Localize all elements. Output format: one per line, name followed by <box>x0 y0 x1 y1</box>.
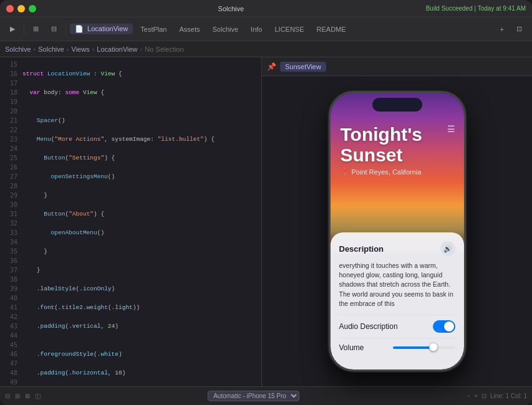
preview-content: Tonight's Sunset 📍 Point Reyes, Californ… <box>262 76 532 386</box>
iphone-notch <box>372 98 422 112</box>
editor-controls-icon[interactable]: ⊟ <box>5 393 10 399</box>
volume-fill <box>393 346 430 349</box>
menu-bar-title: Solchive <box>36 5 426 12</box>
preview-view-label: SunsetView <box>280 62 326 72</box>
breadcrumb-selection: No Selection <box>145 45 183 53</box>
window-controls <box>6 5 36 12</box>
tab-layout-button[interactable]: ⊞ <box>28 24 44 34</box>
menu-bar-right: Build Succeeded | Today at 9:41 AM <box>426 5 526 12</box>
location-text: Point Reyes, California <box>352 168 422 176</box>
volume-row: Volume <box>339 338 455 357</box>
volume-label: Volume <box>339 343 364 352</box>
device-selector[interactable]: Automatic - iPhone 15 Pro <box>208 391 299 401</box>
volume-slider[interactable] <box>393 346 455 349</box>
breadcrumb-solchive-1[interactable]: Solchive <box>5 45 31 53</box>
speaker-icon[interactable]: 🔊 <box>440 241 455 256</box>
menu-bar: Solchive Build Succeeded | Today at 9:41… <box>0 0 532 17</box>
fullscreen-button[interactable] <box>29 5 36 12</box>
sunset-title-line1: Tonight's <box>341 124 454 145</box>
tab-license[interactable]: LICENSE <box>269 24 309 34</box>
grid-icon[interactable]: ⊞ <box>15 393 20 399</box>
separator-2 <box>65 23 66 36</box>
preview-toolbar: 📌 SunsetView <box>262 57 532 76</box>
bottom-toolbar: ⊟ ⊞ ⊠ ◫ Automatic - iPhone 15 Pro − + ⊡ … <box>0 386 532 405</box>
xcode-toolbar: ▶ ⊞ ⊟ 📄 LocationView TestPlan Assets Sol… <box>0 17 532 41</box>
split-editor-button[interactable]: ⊡ <box>511 24 527 34</box>
breadcrumb-solchive-2[interactable]: Solchive <box>38 45 64 53</box>
tab-split-button[interactable]: ⊟ <box>46 24 62 34</box>
device-selector-area: Automatic - iPhone 15 Pro <box>208 391 299 401</box>
bottom-right-controls: − + ⊡ Line: 1 Col: 1 <box>467 393 527 399</box>
split-icon[interactable]: ⊠ <box>25 393 30 399</box>
hamburger-icon[interactable]: ☰ <box>447 124 455 134</box>
audio-description-label: Audio Description <box>339 322 398 331</box>
breadcrumb-sep-1: › <box>34 45 36 53</box>
sunset-location: 📍 Point Reyes, California <box>341 168 454 176</box>
add-tab-button[interactable]: + <box>495 24 509 34</box>
main-content: 15 16 17 18 19 20 21 22 23 24 25 26 27 2… <box>0 57 532 386</box>
breadcrumb-location-view[interactable]: LocationView <box>97 45 137 53</box>
tab-info[interactable]: Info <box>246 24 267 34</box>
tab-test-plan[interactable]: TestPlan <box>135 24 172 34</box>
location-pin-icon: 📍 <box>341 168 349 176</box>
panel-icon[interactable]: ◫ <box>35 393 41 399</box>
line-numbers: 15 16 17 18 19 20 21 22 23 24 25 26 27 2… <box>0 57 20 386</box>
card-title: Description <box>339 244 384 254</box>
card-header: Description 🔊 <box>339 241 455 256</box>
bottom-left-controls: ⊟ ⊞ ⊠ ◫ <box>5 393 41 399</box>
code-content[interactable]: struct LocationView : View { var body: s… <box>22 57 261 386</box>
breadcrumb-views[interactable]: Views <box>72 45 90 53</box>
breadcrumb-bar: Solchive › Solchive › Views › LocationVi… <box>0 41 532 57</box>
pin-icon: 📌 <box>267 62 276 71</box>
description-card: Description 🔊 everything it touches with… <box>331 232 464 369</box>
preview-panel: 📌 SunsetView Tonight's Sunset <box>262 57 532 386</box>
sunset-content: Tonight's Sunset 📍 Point Reyes, Californ… <box>331 93 464 369</box>
close-button[interactable] <box>6 5 14 12</box>
build-status: Build Succeeded | Today at 9:41 AM <box>426 5 526 12</box>
location-view-icon: 📄 <box>75 25 84 32</box>
zoom-out-icon[interactable]: − <box>467 393 470 399</box>
tab-solchive[interactable]: Solchive <box>208 24 244 34</box>
tab-location-view[interactable]: 📄 LocationView <box>70 24 133 34</box>
breadcrumb-sep-3: › <box>92 45 95 53</box>
audio-description-row: Audio Description <box>339 315 455 338</box>
run-button[interactable]: ▶ <box>5 24 20 34</box>
volume-knob <box>429 343 438 351</box>
app-name: Solchive <box>218 5 244 12</box>
minimize-button[interactable] <box>17 5 25 12</box>
line-col-indicator: Line: 1 Col: 1 <box>490 393 527 399</box>
card-description-text: everything it touches with a warm, honey… <box>339 261 455 308</box>
code-editor[interactable]: 15 16 17 18 19 20 21 22 23 24 25 26 27 2… <box>0 57 262 386</box>
audio-toggle[interactable] <box>433 320 455 333</box>
iphone-frame: Tonight's Sunset 📍 Point Reyes, Californ… <box>329 91 466 371</box>
breadcrumb-sep-2: › <box>67 45 69 53</box>
breadcrumb-sep-4: › <box>140 45 143 53</box>
sunset-title: Tonight's Sunset <box>341 124 454 165</box>
laptop-frame: Solchive Build Succeeded | Today at 9:41… <box>0 0 532 405</box>
tab-assets[interactable]: Assets <box>175 24 205 34</box>
zoom-in-icon[interactable]: + <box>474 393 478 399</box>
separator-1 <box>24 23 24 36</box>
tab-readme[interactable]: README <box>312 24 351 34</box>
sunset-title-line2: Sunset <box>341 145 454 165</box>
toggle-knob <box>444 322 454 331</box>
zoom-fit-icon[interactable]: ⊡ <box>481 393 486 399</box>
